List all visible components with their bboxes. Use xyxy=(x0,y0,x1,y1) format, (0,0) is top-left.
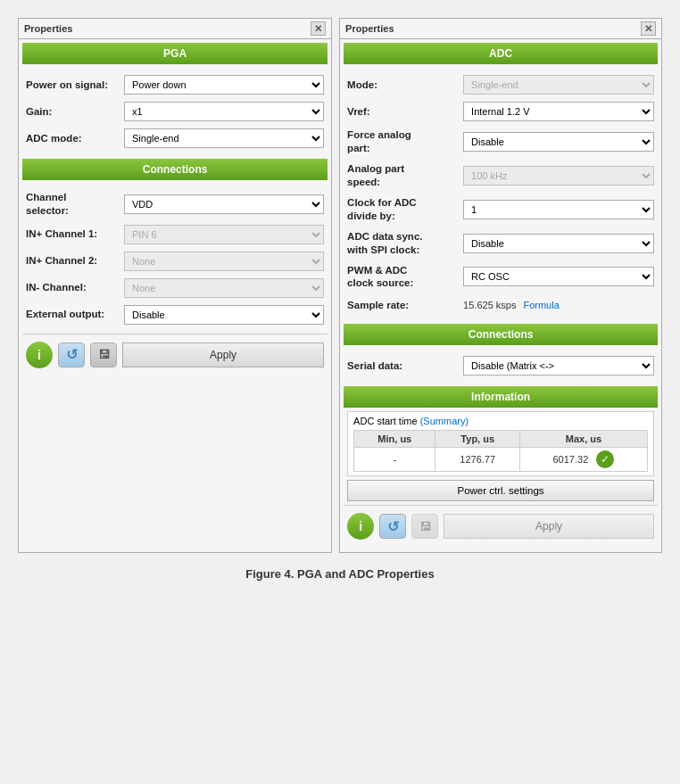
gain-select[interactable]: x1 x2 x4 xyxy=(124,102,324,121)
adc-back-icon: ↺ xyxy=(387,518,399,535)
pga-save-icon: 🖫 xyxy=(98,348,110,361)
adc-mode-label: ADC mode: xyxy=(26,132,124,145)
in-minus-label: IN- Channel: xyxy=(26,281,124,294)
col-typ: Typ, us xyxy=(435,431,519,448)
in-minus-control: None xyxy=(124,278,324,298)
pga-info-button[interactable]: i xyxy=(26,342,53,368)
force-analog-select[interactable]: Disable Enable xyxy=(463,132,654,152)
in-minus-select: None xyxy=(124,278,324,298)
analog-speed-label: Analog partspeed: xyxy=(347,162,463,189)
external-output-select[interactable]: Disable Enable xyxy=(124,305,324,325)
sample-rate-value: 15.625 ksps xyxy=(463,300,516,310)
gain-row: Gain: x1 x2 x4 xyxy=(26,98,324,125)
pga-properties: Power on signal: Power down Power up Gai… xyxy=(19,68,331,155)
power-on-signal-select[interactable]: Power down Power up xyxy=(124,75,324,95)
pga-toolbar: i ↺ 🖫 Apply xyxy=(19,336,331,374)
pga-connections: Channelselector: VDD Channel 1 IN+ Chann… xyxy=(19,184,331,332)
adc-connections: Serial data: Disable (Matrix <-> xyxy=(340,349,661,383)
adc-sync-control: Disable Enable xyxy=(463,234,654,253)
adc-properties: Mode: Single-end Vref: Internal 1.2 V Ex… xyxy=(340,68,661,320)
in-plus-ch1-select: PIN 6 xyxy=(124,225,324,244)
force-analog-control: Disable Enable xyxy=(463,132,654,152)
adc-info-button[interactable]: i xyxy=(347,513,374,540)
in-plus-ch2-select: None xyxy=(124,252,324,271)
adc-titlebar: Properties ✕ xyxy=(340,19,661,39)
col-min: Min, us xyxy=(354,431,435,448)
adc-back-button[interactable]: ↺ xyxy=(379,514,406,539)
adc-mode-label: Mode: xyxy=(347,78,463,92)
adc-save-button: 🖫 xyxy=(411,514,438,539)
pwm-adc-label: PWM & ADCclock source: xyxy=(347,264,463,291)
vref-select[interactable]: Internal 1.2 V External xyxy=(463,102,654,121)
power-on-signal-control: Power down Power up xyxy=(124,75,324,95)
vref-control: Internal 1.2 V External xyxy=(463,102,654,121)
adc-information: ADC start time (Summary) Min, us Typ, us… xyxy=(347,411,654,476)
in-plus-ch1-label: IN+ Channel 1: xyxy=(26,227,124,241)
formula-link[interactable]: Formula xyxy=(523,300,559,310)
pga-panel: Properties ✕ PGA Power on signal: Power … xyxy=(18,18,332,553)
adc-panel: Properties ✕ ADC Mode: Single-end Vref: … xyxy=(339,18,662,553)
pga-header: PGA xyxy=(22,43,328,64)
channel-selector-control: VDD Channel 1 xyxy=(124,194,324,214)
pga-close-button[interactable]: ✕ xyxy=(311,21,326,36)
force-analog-row: Force analogpart: Disable Enable xyxy=(347,125,654,159)
serial-data-select[interactable]: Disable (Matrix <-> xyxy=(463,356,654,375)
clock-divide-control: 1 2 4 xyxy=(463,200,654,219)
check-icon: ✓ xyxy=(596,450,614,468)
in-plus-ch1-row: IN+ Channel 1: PIN 6 xyxy=(26,221,324,248)
analog-speed-control: 100 kHz xyxy=(463,166,654,186)
pga-back-button[interactable]: ↺ xyxy=(58,342,85,367)
in-plus-ch2-row: IN+ Channel 2: None xyxy=(26,248,324,275)
adc-mode-control: Single-end xyxy=(463,75,654,95)
adc-info-table: Min, us Typ, us Max, us - 1276.77 6017.3… xyxy=(353,430,648,472)
table-row: - 1276.77 6017.32 ✓ xyxy=(354,448,648,472)
pga-title: Properties xyxy=(24,23,72,34)
clock-divide-select[interactable]: 1 2 4 xyxy=(463,200,654,219)
sample-rate-value-container: 15.625 ksps Formula xyxy=(463,300,654,310)
adc-close-button[interactable]: ✕ xyxy=(641,21,656,36)
adc-sync-row: ADC data sync.with SPI clock: Disable En… xyxy=(347,227,654,260)
channel-selector-label: Channelselector: xyxy=(26,191,124,218)
adc-mode-row: Mode: Single-end xyxy=(347,71,654,98)
serial-data-label: Serial data: xyxy=(347,359,463,373)
analog-speed-row: Analog partspeed: 100 kHz xyxy=(347,159,654,193)
adc-information-header: Information xyxy=(344,386,658,408)
pga-back-icon: ↺ xyxy=(66,346,78,363)
cell-typ: 1276.77 xyxy=(435,448,519,472)
external-output-control: Disable Enable xyxy=(124,305,324,325)
adc-toolbar: i ↺ 🖫 Apply xyxy=(340,508,661,545)
adc-summary-link[interactable]: (Summary) xyxy=(420,416,469,426)
clock-divide-label: Clock for ADCdivide by: xyxy=(347,196,463,223)
clock-divide-row: Clock for ADCdivide by: 1 2 4 xyxy=(347,193,654,227)
pwm-adc-select[interactable]: RC OSC Crystal xyxy=(463,267,654,286)
adc-connections-header: Connections xyxy=(344,324,658,345)
adc-apply-button[interactable]: Apply xyxy=(444,514,654,539)
adc-mode-select: Single-end xyxy=(463,75,654,95)
channel-selector-select[interactable]: VDD Channel 1 xyxy=(124,194,324,214)
cell-min: - xyxy=(354,448,435,472)
pga-save-button[interactable]: 🖫 xyxy=(90,342,117,367)
adc-info-title: ADC start time (Summary) xyxy=(353,416,648,426)
power-on-signal-row: Power on signal: Power down Power up xyxy=(26,71,324,98)
adc-sync-select[interactable]: Disable Enable xyxy=(463,234,654,253)
external-output-label: External output: xyxy=(26,308,124,321)
pga-connections-header: Connections xyxy=(22,159,328,180)
adc-sync-label: ADC data sync.with SPI clock: xyxy=(347,230,463,257)
pwm-adc-row: PWM & ADCclock source: RC OSC Crystal xyxy=(347,260,654,294)
pga-apply-button[interactable]: Apply xyxy=(122,342,324,367)
figure-caption: Figure 4. PGA and ADC Properties xyxy=(245,567,434,581)
adc-mode-select[interactable]: Single-end Differential xyxy=(124,128,324,148)
serial-data-row: Serial data: Disable (Matrix <-> xyxy=(347,352,654,379)
in-plus-ch2-label: IN+ Channel 2: xyxy=(26,254,124,268)
adc-mode-control: Single-end Differential xyxy=(124,128,324,148)
in-plus-ch2-control: None xyxy=(124,252,324,271)
power-ctrl-button[interactable]: Power ctrl. settings xyxy=(347,480,654,501)
pwm-adc-control: RC OSC Crystal xyxy=(463,267,654,286)
sample-rate-row: Sample rate: 15.625 ksps Formula xyxy=(347,293,654,317)
power-on-signal-label: Power on signal: xyxy=(26,78,124,92)
channel-selector-row: Channelselector: VDD Channel 1 xyxy=(26,187,324,221)
cell-max: 6017.32 ✓ xyxy=(519,448,647,472)
analog-speed-select: 100 kHz xyxy=(463,166,654,186)
serial-data-control: Disable (Matrix <-> xyxy=(463,356,654,375)
col-max: Max, us xyxy=(519,431,647,448)
